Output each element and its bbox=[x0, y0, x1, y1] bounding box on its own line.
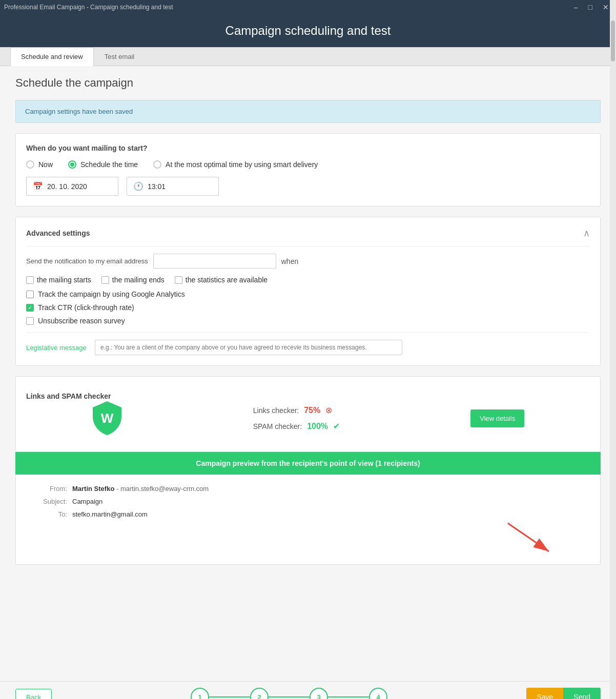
scrollbar[interactable] bbox=[610, 0, 616, 699]
legislative-input[interactable] bbox=[95, 340, 402, 355]
links-checker-label: Links checker: bbox=[253, 406, 299, 415]
main-header: Campaign scheduling and test bbox=[0, 14, 616, 47]
mailing-start-options: Now Schedule the time At the most optima… bbox=[26, 160, 590, 169]
svg-text:W: W bbox=[100, 410, 113, 426]
legislative-row: Legislative message bbox=[26, 340, 590, 355]
save-button[interactable]: Save bbox=[526, 688, 563, 699]
checker-stats: Links checker: 75% ⊗ SPAM checker: 100% … bbox=[253, 405, 340, 431]
checkbox-statistics[interactable]: the statistics are available bbox=[175, 276, 268, 284]
from-email: - martin.stefko@eway-crm.com bbox=[116, 485, 209, 492]
tab-test-email[interactable]: Test email bbox=[94, 47, 146, 66]
date-value: 20. 10. 2020 bbox=[47, 182, 87, 191]
preview-body: From: Martin Stefko - martin.stefko@eway… bbox=[15, 475, 601, 565]
unsubscribe-label: Unsubscribe reason survey bbox=[38, 317, 125, 325]
step-2[interactable]: 2 bbox=[250, 688, 269, 699]
checkbox-mailing-ends-label: the mailing ends bbox=[112, 276, 165, 284]
spam-checker-row: SPAM checker: 100% ✔ bbox=[253, 421, 340, 431]
send-button[interactable]: Send bbox=[563, 688, 601, 699]
track-ctr-row[interactable]: Track CTR (click-through rate) bbox=[26, 303, 590, 312]
checkbox-statistics-label: the statistics are available bbox=[186, 276, 268, 284]
checkbox-mailing-ends[interactable]: the mailing ends bbox=[101, 276, 165, 284]
step-3[interactable]: 3 bbox=[310, 688, 328, 699]
preview-from-row: From: Martin Stefko - martin.stefko@eway… bbox=[36, 485, 580, 492]
links-error-icon: ⊗ bbox=[325, 405, 332, 415]
track-analytics-row[interactable]: Track the campaign by using Google Analy… bbox=[26, 290, 590, 298]
radio-smart-label: At the most optimal time by using smart … bbox=[166, 160, 318, 169]
advanced-toggle-chevron[interactable]: ∧ bbox=[583, 228, 590, 239]
window-title: Professional Email Campaign - Campaign s… bbox=[4, 4, 173, 11]
to-label: To: bbox=[36, 510, 67, 518]
page-title: Schedule the campaign bbox=[15, 76, 601, 90]
to-email: stefko.martin@gmail.com bbox=[72, 510, 148, 518]
legislative-label: Legislative message bbox=[26, 344, 88, 352]
track-ctr-label: Track CTR (click-through rate) bbox=[38, 303, 134, 312]
mailing-start-card: When do you want mailing to start? Now S… bbox=[15, 133, 601, 207]
advanced-settings-header: Advanced settings ∧ bbox=[26, 228, 590, 239]
tab-schedule-review[interactable]: Schedule and review bbox=[10, 47, 94, 66]
campaign-preview-section: Campaign preview from the recipient's po… bbox=[15, 452, 601, 565]
radio-now[interactable]: Now bbox=[26, 160, 53, 169]
subject-value: Campaign bbox=[72, 498, 102, 505]
red-arrow bbox=[498, 518, 559, 559]
unsubscribe-checkbox bbox=[26, 317, 34, 325]
maximize-button[interactable]: □ bbox=[585, 2, 596, 12]
clock-icon: 🕐 bbox=[133, 181, 143, 191]
step-line-3 bbox=[328, 696, 369, 697]
notification-email-input[interactable] bbox=[153, 254, 276, 269]
track-analytics-checkbox bbox=[26, 291, 34, 298]
checkbox-mailing-starts-label: the mailing starts bbox=[37, 276, 91, 284]
checkbox-statistics-box bbox=[175, 276, 182, 284]
when-label: when bbox=[281, 257, 298, 265]
tabs-bar: Schedule and review Test email bbox=[0, 47, 616, 66]
radio-schedule[interactable]: Schedule the time bbox=[68, 160, 138, 169]
right-buttons: Save Send bbox=[526, 688, 601, 699]
preview-subject-row: Subject: Campaign bbox=[36, 498, 580, 505]
spam-checker-label: SPAM checker: bbox=[253, 422, 302, 430]
track-analytics-label: Track the campaign by using Google Analy… bbox=[38, 290, 185, 298]
links-checker-value: 75% bbox=[304, 406, 320, 415]
checkbox-mailing-starts-box bbox=[26, 276, 34, 284]
step-line-2 bbox=[269, 696, 310, 697]
content-area: Schedule the campaign Campaign settings … bbox=[0, 66, 616, 681]
datetime-row: 📅 20. 10. 2020 🕐 13:01 bbox=[26, 177, 590, 196]
mailing-start-title: When do you want mailing to start? bbox=[26, 144, 590, 152]
calendar-icon: 📅 bbox=[33, 181, 43, 191]
subject-label: Subject: bbox=[36, 498, 67, 505]
track-ctr-checkbox bbox=[26, 304, 34, 312]
main-header-title: Campaign scheduling and test bbox=[225, 24, 391, 37]
svg-line-2 bbox=[508, 523, 549, 551]
time-field[interactable]: 🕐 13:01 bbox=[127, 177, 219, 196]
spam-checker-value: 100% bbox=[307, 422, 328, 431]
advanced-settings-title: Advanced settings bbox=[26, 229, 90, 237]
step-4[interactable]: 4 bbox=[369, 688, 387, 699]
back-button[interactable]: Back bbox=[15, 689, 52, 700]
radio-smart-circle bbox=[153, 160, 161, 169]
notification-checkbox-row: the mailing starts the mailing ends the … bbox=[26, 276, 590, 284]
radio-now-circle bbox=[26, 160, 34, 169]
date-field[interactable]: 📅 20. 10. 2020 bbox=[26, 177, 118, 196]
titlebar: Professional Email Campaign - Campaign s… bbox=[0, 0, 616, 14]
advanced-settings-card: Advanced settings ∧ Send the notificatio… bbox=[15, 217, 601, 366]
radio-schedule-circle bbox=[68, 160, 76, 169]
notification-row: Send the notification to my email addres… bbox=[26, 254, 590, 269]
step-1[interactable]: 1 bbox=[191, 688, 209, 699]
bottom-nav: Back 1 2 3 4 Save Send bbox=[0, 681, 616, 699]
checkbox-mailing-starts[interactable]: the mailing starts bbox=[26, 276, 91, 284]
radio-schedule-label: Schedule the time bbox=[80, 160, 138, 169]
radio-now-label: Now bbox=[38, 160, 53, 169]
step-indicators: 1 2 3 4 bbox=[191, 688, 387, 699]
radio-smart[interactable]: At the most optimal time by using smart … bbox=[153, 160, 318, 169]
scrollbar-thumb[interactable] bbox=[611, 20, 615, 61]
time-value: 13:01 bbox=[148, 182, 166, 191]
checkbox-mailing-ends-box bbox=[101, 276, 109, 284]
shield-icon: W bbox=[92, 400, 122, 436]
spam-checker-card: Links and SPAM checker W Links checker: … bbox=[15, 376, 601, 452]
unsubscribe-row[interactable]: Unsubscribe reason survey bbox=[26, 317, 590, 325]
minimize-button[interactable]: – bbox=[571, 2, 581, 12]
view-details-button[interactable]: View details bbox=[470, 409, 524, 427]
info-banner: Campaign settings have been saved bbox=[15, 100, 601, 123]
window-controls[interactable]: – □ ✕ bbox=[571, 2, 612, 12]
links-checker-row: Links checker: 75% ⊗ bbox=[253, 405, 340, 415]
step-line-1 bbox=[209, 696, 250, 697]
preview-header: Campaign preview from the recipient's po… bbox=[15, 452, 601, 475]
